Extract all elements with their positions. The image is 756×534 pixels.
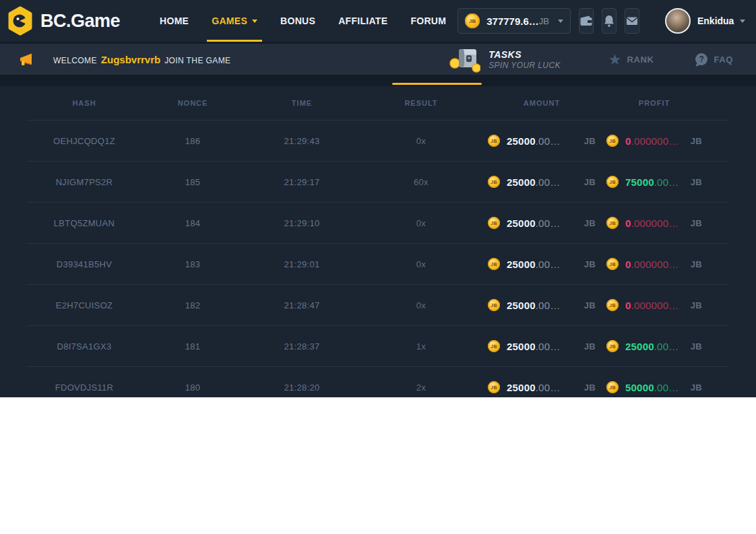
table-row[interactable]: D39341B5HV 183 21:29:01 0x JB 25000.00… … [27,243,729,284]
currency-label: JB [584,382,596,393]
brand-name: BC.Game [40,11,120,32]
coin-icon: JB [606,340,619,352]
bet-hash: D39341B5HV [27,259,141,269]
wallet-balance[interactable]: JB 377779.6… JB [458,8,571,34]
amount-value: 25000.00… [507,135,560,147]
bet-result: 60x [360,177,482,187]
coin-icon: JB [488,217,500,229]
profit-value: 25000.00… [625,341,679,352]
bet-hash: LBTQ5ZMUAN [27,218,141,228]
amount-value: 25000.00… [507,218,560,229]
bet-profit: JB 0.000000… JB [601,217,707,229]
bet-profit: JB 0.000000… JB [601,135,707,147]
bet-amount: JB 25000.00… JB [482,381,601,393]
amount-value: 25000.00… [507,341,560,352]
amount-suffix: .00… [536,135,561,147]
table-row[interactable]: NJIGM7PS2R 185 21:29:17 60x JB 25000.00…… [27,161,729,202]
profit-suffix: .000000… [631,300,679,311]
profit-value: 50000.00… [625,382,679,393]
currency-label: JB [584,136,596,146]
currency-label: JB [584,300,596,310]
notifications-button[interactable] [602,8,617,34]
bet-nonce: 181 [141,341,244,352]
tasks-text: TASKS SPIN YOUR LUCK [489,49,561,70]
welcome-prefix: WELCOME [53,56,97,65]
profit-suffix: .00… [654,382,679,393]
nav-games[interactable]: GAMES [200,0,269,42]
coin-icon: JB [488,176,500,188]
nav-forum[interactable]: FORUM [399,0,458,42]
nav-affiliate[interactable]: AFFILIATE [327,0,399,42]
bet-nonce: 186 [141,136,244,146]
bet-result: 0x [360,218,482,228]
amount-main: 25000 [507,300,536,311]
bet-hash: FDOVDJS11R [27,382,141,393]
bet-hash: NJIGM7PS2R [27,177,141,187]
faq-button[interactable]: ? FAQ [695,53,733,65]
col-time: TIME [244,99,360,107]
bet-nonce: 180 [141,382,244,393]
bet-amount: JB 25000.00… JB [482,135,601,147]
rank-label: RANK [627,55,654,65]
treasure-chest-icon [449,46,480,73]
welcome-username: Zugsbvrrvrb [101,54,160,65]
brand-logo[interactable]: BC.Game [7,6,120,36]
profit-main: 0 [625,135,631,147]
col-profit: PROFIT [601,99,707,107]
amount-value: 25000.00… [507,382,560,393]
avatar [665,8,691,34]
bet-amount: JB 25000.00… JB [482,340,601,352]
active-tab-indicator [392,83,482,85]
bet-profit: JB 0.000000… JB [601,299,707,311]
table-row[interactable]: OEHJCQDQ1Z 186 21:29:43 0x JB 25000.00… … [27,120,729,161]
messages-button[interactable] [625,8,639,34]
bet-time: 21:29:01 [244,259,360,269]
mail-icon [625,14,639,28]
table-header: HASH NONCE TIME RESULT AMOUNT PROFIT [27,86,729,120]
bet-time: 21:28:20 [244,382,360,393]
user-name: Enkidua [697,15,734,26]
bet-result: 0x [360,259,482,269]
currency-label: JB [691,218,702,228]
currency-selector[interactable]: JB [539,16,563,26]
amount-main: 25000 [507,341,536,352]
wallet-button[interactable] [579,8,594,34]
bet-result: 2x [360,382,482,393]
user-menu[interactable]: Enkidua [665,8,745,34]
coin-icon: JB [488,299,500,311]
table-row[interactable]: D8I7SA1GX3 181 21:28:37 1x JB 25000.00… … [27,325,729,366]
table-row[interactable]: FDOVDJS11R 180 21:28:20 2x JB 25000.00… … [27,366,729,397]
table-row[interactable]: LBTQ5ZMUAN 184 21:29:10 0x JB 25000.00… … [27,202,729,243]
profit-suffix: .000000… [631,218,679,229]
tasks-subtitle: SPIN YOUR LUCK [489,61,561,70]
bet-hash: E2H7CUISOZ [27,300,141,310]
nav-home[interactable]: HOME [148,0,200,42]
nav-bonus[interactable]: BONUS [269,0,327,42]
bet-time: 21:29:10 [244,218,360,228]
faq-label: FAQ [714,55,733,65]
currency-label: JB [584,177,596,187]
bet-result: 0x [360,300,482,310]
currency-label: JB [691,177,702,187]
bet-nonce: 183 [141,259,244,269]
amount-suffix: .00… [536,382,561,393]
bet-profit: JB 50000.00… JB [601,381,707,393]
tasks-button[interactable]: TASKS SPIN YOUR LUCK [449,46,561,73]
profit-suffix: .00… [654,176,679,188]
coin-icon: JB [465,13,480,28]
profit-value: 75000.00… [625,176,679,188]
table-row[interactable]: E2H7CUISOZ 182 21:28:47 0x JB 25000.00… … [27,284,729,325]
bet-hash: OEHJCQDQ1Z [27,136,141,146]
announcement-bar: WELCOMEZugsbvrrvrbJOIN THE GAME TASKS SP… [0,44,756,75]
amount-suffix: .00… [536,259,561,270]
rank-button[interactable]: ★ RANK [609,53,654,66]
balance-amount: 377779.6… [486,15,539,27]
profit-suffix: .000000… [631,259,679,270]
profit-suffix: .00… [654,341,679,352]
bcgame-logo-icon [7,6,34,36]
bet-time: 21:29:17 [244,177,360,187]
bet-profit: JB 25000.00… JB [601,340,707,352]
currency-label: JB [691,341,702,352]
coin-icon: JB [488,340,500,352]
currency-label: JB [691,382,702,393]
